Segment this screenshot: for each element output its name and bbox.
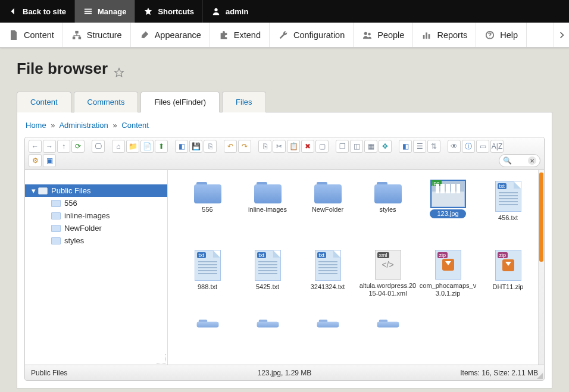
- new-file-icon[interactable]: 📄: [140, 140, 154, 153]
- getfile-icon[interactable]: ⎘: [204, 140, 217, 153]
- svg-rect-1: [85, 11, 92, 12]
- undo-icon[interactable]: ↶: [224, 140, 237, 153]
- svg-rect-5: [73, 36, 75, 39]
- file-item[interactable]: [179, 319, 236, 330]
- svg-point-8: [368, 33, 371, 35]
- tree-item[interactable]: NewFolder: [25, 222, 167, 234]
- file-item[interactable]: zipcom_phocamaps_v3.0.1.zip: [419, 250, 477, 297]
- menu-content[interactable]: Content: [0, 23, 63, 47]
- user-label: admin: [226, 7, 248, 16]
- file-item[interactable]: NewFolder: [299, 181, 357, 228]
- delete-icon[interactable]: ✖: [301, 140, 314, 153]
- file-item[interactable]: styles: [359, 181, 417, 228]
- forward-icon[interactable]: →: [43, 140, 56, 153]
- upload-icon[interactable]: ⬆: [155, 140, 168, 153]
- cut-icon[interactable]: ✂: [273, 140, 286, 153]
- copy-icon[interactable]: ⎘: [258, 140, 271, 153]
- quicklook-icon[interactable]: ▭: [476, 140, 489, 153]
- admin-menu: Content Structure Appearance Extend Conf…: [0, 23, 569, 48]
- content-area: Home » Administration » Content ← → ↑ ⟳ …: [17, 112, 552, 388]
- svg-rect-0: [85, 9, 92, 10]
- file-item[interactable]: [299, 319, 357, 330]
- back-to-site[interactable]: Back to site: [0, 0, 75, 23]
- resize-grip-icon[interactable]: [537, 373, 543, 379]
- tree-item[interactable]: inline-images: [25, 209, 167, 222]
- home-icon[interactable]: ⌂: [112, 140, 125, 153]
- user-icon: [211, 7, 221, 16]
- download-icon[interactable]: 💾: [189, 140, 202, 153]
- folder-icon: [314, 181, 342, 203]
- favorite-star-icon[interactable]: [114, 64, 124, 74]
- folder-icon: [51, 212, 61, 219]
- select-invert-icon[interactable]: ✥: [379, 140, 392, 153]
- file-item[interactable]: inline-images: [239, 181, 296, 228]
- tree-item[interactable]: styles: [25, 234, 167, 247]
- file-item[interactable]: jpg123.jpg: [419, 181, 477, 228]
- menu-people[interactable]: People: [354, 23, 413, 47]
- file-item[interactable]: txt456.txt: [479, 181, 537, 228]
- up-icon[interactable]: ↑: [57, 140, 70, 153]
- star-icon: [143, 7, 153, 16]
- menu-configuration[interactable]: Configuration: [270, 23, 354, 47]
- file-pane: 556inline-imagesNewFolderstylesjpg123.jp…: [168, 170, 544, 365]
- file-label: inline-images: [248, 206, 287, 214]
- folder-icon: [257, 319, 279, 327]
- info-icon[interactable]: ⓘ: [462, 140, 475, 153]
- archive-icon[interactable]: ▣: [43, 154, 56, 167]
- view-icons-icon[interactable]: ◧: [399, 140, 412, 153]
- menu-structure[interactable]: Structure: [63, 23, 131, 47]
- file-item[interactable]: [239, 319, 296, 330]
- manage-menu[interactable]: Manage: [75, 0, 135, 23]
- ef-search[interactable]: 🔍 ✕: [499, 154, 540, 167]
- reload-icon[interactable]: ⟳: [71, 140, 85, 153]
- paste-icon[interactable]: 📋: [287, 140, 300, 153]
- crumb-home[interactable]: Home: [26, 121, 46, 130]
- tab-files[interactable]: Files: [222, 92, 265, 112]
- file-item[interactable]: xml</>altula.wordpress.2015-04-01.xml: [359, 250, 417, 297]
- new-folder-icon[interactable]: 📁: [126, 140, 139, 153]
- file-item[interactable]: zipDHT11.zip: [479, 250, 537, 297]
- shortcuts-menu[interactable]: Shortcuts: [135, 0, 203, 23]
- hamburger-icon: [83, 7, 93, 16]
- redo-icon[interactable]: ↷: [238, 140, 251, 153]
- user-menu[interactable]: admin: [203, 0, 257, 23]
- tree-root[interactable]: ▾ Public Files: [25, 184, 167, 197]
- menu-overflow[interactable]: [554, 23, 569, 47]
- extract-icon[interactable]: ⚙: [29, 154, 42, 167]
- file-item[interactable]: [359, 319, 417, 330]
- menu-appearance[interactable]: Appearance: [131, 23, 210, 47]
- resize-handle-icon[interactable]: [157, 354, 166, 363]
- select-icon[interactable]: ◫: [350, 140, 363, 153]
- tree-item-label: NewFolder: [64, 224, 102, 233]
- menu-configuration-label: Configuration: [293, 30, 345, 40]
- open-icon[interactable]: ◧: [175, 140, 188, 153]
- clear-search-icon[interactable]: ✕: [528, 156, 536, 165]
- duplicate-icon[interactable]: ❐: [336, 140, 349, 153]
- sort-icon[interactable]: ⇅: [427, 140, 440, 153]
- scrollbar-thumb[interactable]: [539, 173, 543, 262]
- menu-reports[interactable]: Reports: [413, 23, 476, 47]
- tab-content[interactable]: Content: [17, 92, 71, 112]
- crumb-admin[interactable]: Administration: [59, 121, 108, 130]
- select-all-icon[interactable]: ▦: [364, 140, 377, 153]
- collapse-icon[interactable]: ▾: [30, 186, 37, 195]
- tab-comments[interactable]: Comments: [74, 92, 139, 112]
- menu-help[interactable]: Help: [476, 23, 527, 47]
- file-item[interactable]: txt3241324.txt: [299, 250, 357, 297]
- crumb-content[interactable]: Content: [121, 121, 149, 130]
- file-item[interactable]: 556: [179, 181, 236, 228]
- preview-icon[interactable]: 👁: [448, 140, 461, 153]
- file-item[interactable]: txt5425.txt: [239, 250, 296, 297]
- view-list-icon[interactable]: ☰: [413, 140, 426, 153]
- menu-extend[interactable]: Extend: [210, 23, 270, 47]
- file-item[interactable]: txt988.txt: [179, 250, 236, 297]
- menu-content-label: Content: [24, 30, 54, 40]
- empty-icon[interactable]: ▢: [315, 140, 329, 153]
- tree-item[interactable]: 556: [25, 197, 167, 209]
- rename-icon[interactable]: A|Z: [490, 140, 504, 153]
- netmount-icon[interactable]: 🖵: [92, 140, 105, 153]
- tab-files-elfinder[interactable]: Files (elFinder): [140, 92, 220, 112]
- scrollbar[interactable]: [538, 170, 544, 365]
- svg-rect-9: [423, 35, 425, 39]
- back-icon[interactable]: ←: [29, 140, 42, 153]
